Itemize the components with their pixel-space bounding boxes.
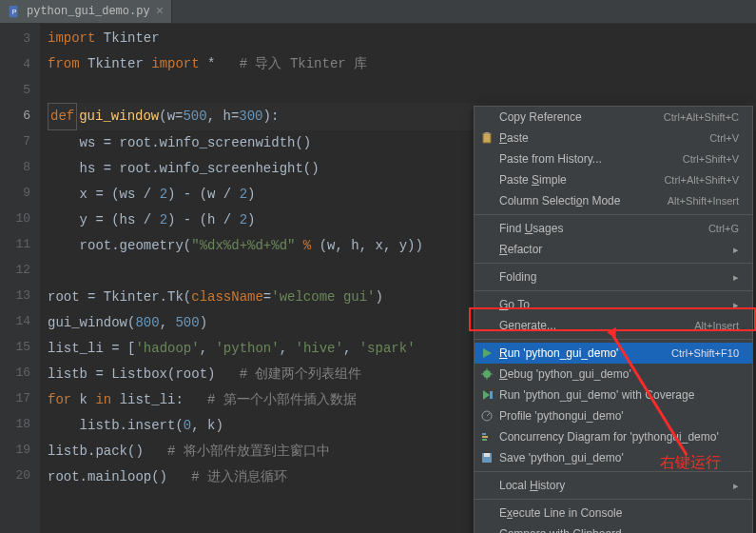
menu-item-label: Concurrency Diagram for 'pythongui_demo' (499, 430, 739, 444)
menu-item-label: Run 'python_gui_demo' with Coverage (499, 388, 739, 402)
svg-marker-8 (483, 390, 490, 400)
line-number: 13 (0, 283, 30, 308)
line-number: 6 (0, 103, 30, 128)
svg-rect-3 (485, 132, 489, 134)
line-number: 10 (0, 206, 30, 231)
svg-text:P: P (12, 9, 17, 15)
blank-icon (478, 242, 495, 257)
menu-item-paste-simple[interactable]: Paste SimpleCtrl+Alt+Shift+V (475, 169, 752, 190)
debug-icon (478, 366, 495, 382)
blank-icon (478, 109, 495, 125)
menu-item-local-history[interactable]: Local History▸ (475, 475, 752, 496)
code-line: from Tkinter import * # 导入 Tkinter 库 (48, 51, 756, 77)
menu-item-label: Go To (499, 298, 733, 311)
blank-icon (478, 505, 495, 521)
save-icon (478, 450, 495, 465)
menu-item-label: Column Selection Mode (499, 194, 668, 207)
line-number: 7 (0, 128, 30, 154)
menu-shortcut: Ctrl+Shift+V (683, 153, 739, 165)
line-number: 9 (0, 180, 30, 206)
paste-icon (478, 130, 495, 146)
menu-shortcut: Ctrl+Alt+Shift+V (664, 174, 739, 186)
menu-item-paste-from-history[interactable]: Paste from History...Ctrl+Shift+V (475, 148, 752, 169)
line-number: 17 (0, 385, 30, 411)
close-icon[interactable]: × (156, 4, 164, 19)
svg-marker-4 (483, 348, 492, 358)
menu-item-label: Compare with Clipboard (499, 527, 739, 533)
line-number: 18 (0, 411, 30, 437)
menu-separator (475, 214, 752, 215)
submenu-arrow-icon: ▸ (733, 244, 739, 256)
menu-item-find-usages[interactable]: Find UsagesCtrl+G (475, 218, 752, 239)
code-line: import Tkinter (48, 26, 756, 51)
menu-item-folding[interactable]: Folding▸ (475, 266, 752, 287)
line-gutter: 34567891011121314151617181920 (0, 24, 40, 533)
menu-item-run-python-gui-demo[interactable]: Run 'python_gui_demo'Ctrl+Shift+F10 (475, 343, 752, 364)
menu-item-compare-with-clipboard[interactable]: Compare with Clipboard (475, 523, 752, 533)
menu-shortcut: Ctrl+G (708, 223, 739, 234)
menu-separator (475, 499, 752, 500)
blank-icon (478, 151, 495, 167)
menu-item-column-selection-mode[interactable]: Column Selection ModeAlt+Shift+Insert (475, 190, 752, 211)
menu-item-label: Local History (499, 479, 733, 492)
menu-item-paste[interactable]: PasteCtrl+V (475, 128, 752, 148)
blank-icon (478, 172, 495, 188)
line-number: 15 (0, 334, 30, 360)
menu-item-generate[interactable]: Generate...Alt+Insert (475, 315, 752, 336)
menu-item-label: Debug 'python_gui_demo' (499, 367, 739, 381)
menu-item-profile-pythongui-demo[interactable]: Profile 'pythongui_demo' (475, 405, 752, 426)
tab-bar: P python_gui_demo.py × (0, 0, 756, 24)
line-number: 12 (0, 257, 30, 283)
menu-item-label: Refactor (499, 243, 733, 256)
menu-item-label: Run 'python_gui_demo' (499, 346, 671, 360)
menu-item-label: Profile 'pythongui_demo' (499, 409, 739, 423)
submenu-arrow-icon: ▸ (733, 299, 739, 311)
svg-rect-9 (490, 391, 493, 399)
menu-shortcut: Alt+Shift+Insert (668, 195, 739, 207)
menu-item-label: Find Usages (499, 222, 708, 235)
menu-shortcut: Ctrl+Alt+Shift+C (664, 111, 739, 123)
menu-item-go-to[interactable]: Go To▸ (475, 294, 752, 315)
menu-item-label: Folding (499, 270, 733, 284)
menu-item-copy-reference[interactable]: Copy ReferenceCtrl+Alt+Shift+C (475, 107, 752, 128)
svg-rect-2 (483, 133, 491, 143)
concur-icon (478, 429, 495, 444)
submenu-arrow-icon: ▸ (733, 271, 739, 284)
menu-item-label: Paste (499, 131, 709, 145)
line-number: 20 (0, 463, 30, 488)
menu-item-label: Copy Reference (499, 110, 664, 124)
svg-rect-12 (482, 433, 486, 435)
menu-separator (475, 339, 752, 340)
blank-icon (478, 193, 495, 208)
blank-icon (478, 318, 495, 333)
annotation-text: 右键运行 (660, 453, 721, 473)
menu-separator (475, 263, 752, 264)
line-number: 5 (0, 77, 30, 103)
menu-item-label: Paste Simple (499, 173, 664, 187)
run-icon (478, 345, 495, 361)
blank-icon (478, 297, 495, 312)
menu-separator (475, 290, 752, 291)
svg-rect-13 (482, 436, 488, 438)
menu-shortcut: Ctrl+V (709, 132, 739, 144)
line-number: 14 (0, 308, 30, 334)
submenu-arrow-icon: ▸ (733, 480, 739, 492)
profile-icon (478, 408, 495, 424)
file-tab[interactable]: P python_gui_demo.py × (0, 0, 172, 23)
code-line (48, 77, 756, 103)
line-number: 19 (0, 437, 30, 463)
menu-item-debug-python-gui-demo[interactable]: Debug 'python_gui_demo' (475, 364, 752, 385)
svg-line-11 (487, 413, 490, 416)
line-number: 4 (0, 51, 30, 77)
line-number: 3 (0, 26, 30, 51)
line-number: 11 (0, 231, 30, 257)
menu-item-label: Paste from History... (499, 152, 683, 166)
menu-item-concurrency-diagram-for-pythongui-demo[interactable]: Concurrency Diagram for 'pythongui_demo' (475, 426, 752, 447)
menu-item-refactor[interactable]: Refactor▸ (475, 239, 752, 260)
menu-item-execute-line-in-console[interactable]: Execute Line in Console (475, 503, 752, 523)
blank-icon (478, 221, 495, 236)
menu-item-run-python-gui-demo-with-coverage[interactable]: Run 'python_gui_demo' with Coverage (475, 385, 752, 405)
blank-icon (478, 478, 495, 493)
python-file-icon: P (8, 5, 21, 18)
tab-filename: python_gui_demo.py (27, 5, 150, 18)
